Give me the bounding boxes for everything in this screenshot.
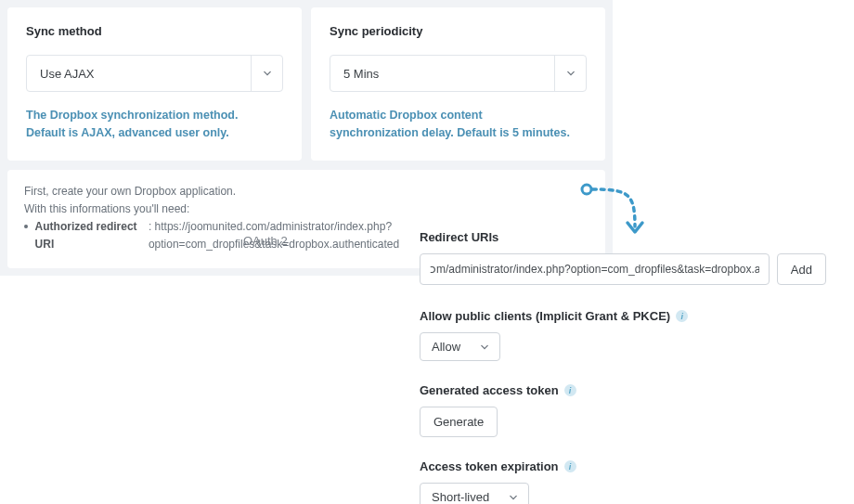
- access-token-label-text: Generated access token: [420, 383, 559, 397]
- sync-periodicity-desc: Automatic Dropbox content synchronizatio…: [330, 107, 571, 142]
- expiration-label: Access token expiration i: [420, 459, 826, 473]
- generate-button[interactable]: Generate: [420, 407, 498, 437]
- sync-periodicity-select[interactable]: 5 Mins: [330, 55, 587, 92]
- public-clients-value: Allow: [432, 340, 460, 354]
- sync-method-value: Use AJAX: [40, 67, 95, 81]
- sync-method-title: Sync method: [26, 24, 283, 38]
- info-icon: i: [564, 384, 576, 396]
- chevron-down-icon: [510, 495, 517, 500]
- access-token-label: Generated access token i: [420, 383, 826, 397]
- uri-info-line2: With this informations you'll need:: [24, 200, 589, 218]
- access-token-group: Generated access token i Generate: [420, 383, 826, 437]
- oauth-form: Redirect URIs Add Allow public clients (…: [420, 230, 826, 504]
- info-icon: i: [564, 460, 576, 472]
- public-clients-label-text: Allow public clients (Implicit Grant & P…: [420, 309, 670, 323]
- cards-row: Sync method Use AJAX The Dropbox synchro…: [7, 7, 605, 161]
- redirect-uris-label: Redirect URIs: [420, 230, 826, 244]
- redirect-uri-input[interactable]: [420, 253, 770, 285]
- add-button[interactable]: Add: [777, 253, 826, 285]
- expiration-label-text: Access token expiration: [420, 459, 559, 473]
- sync-periodicity-value: 5 Mins: [343, 67, 379, 81]
- expiration-select[interactable]: Short-lived: [420, 483, 529, 504]
- redirect-uris-group: Redirect URIs Add: [420, 230, 826, 285]
- sync-periodicity-card: Sync periodicity 5 Mins Automatic Dropbo…: [311, 7, 605, 161]
- sync-method-card: Sync method Use AJAX The Dropbox synchro…: [7, 7, 302, 161]
- public-clients-group: Allow public clients (Implicit Grant & P…: [420, 309, 826, 361]
- public-clients-select[interactable]: Allow: [420, 332, 500, 361]
- redirect-uris-row: Add: [420, 253, 826, 285]
- chevron-down-icon: [251, 56, 282, 91]
- chevron-down-icon: [481, 344, 488, 350]
- expiration-group: Access token expiration i Short-lived: [420, 459, 826, 504]
- public-clients-label: Allow public clients (Implicit Grant & P…: [420, 309, 826, 323]
- sync-periodicity-title: Sync periodicity: [330, 24, 587, 38]
- uri-info-label: Authorized redirect URI: [35, 218, 146, 253]
- info-icon: i: [676, 310, 688, 322]
- sync-method-desc: The Dropbox synchronization method. Defa…: [26, 107, 267, 142]
- expiration-value: Short-lived: [432, 490, 489, 504]
- oauth-section: OAuth 2 Redirect URIs Add Allow public c…: [243, 230, 826, 504]
- oauth-section-title: OAuth 2: [243, 230, 420, 504]
- uri-info-line1: First, create your own Dropbox applicati…: [24, 183, 589, 200]
- sync-method-select[interactable]: Use AJAX: [26, 55, 283, 92]
- chevron-down-icon: [554, 56, 586, 91]
- bullet-icon: [24, 225, 28, 228]
